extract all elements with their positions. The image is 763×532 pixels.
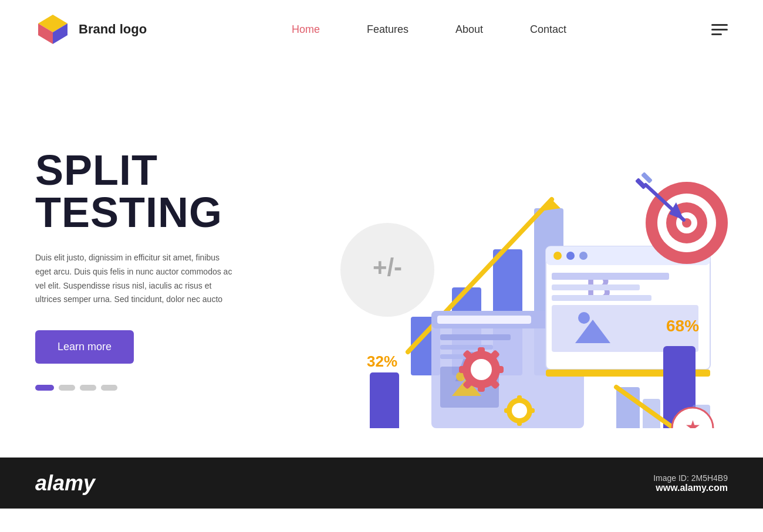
svg-point-41 <box>579 252 588 260</box>
dot-4[interactable] <box>101 385 117 391</box>
footer-info: Image ID: 2M5H4B9 www.alamy.com <box>653 473 728 493</box>
svg-text:★: ★ <box>685 417 701 428</box>
svg-rect-65 <box>641 172 653 184</box>
svg-rect-69 <box>370 372 399 428</box>
svg-rect-25 <box>495 366 504 373</box>
header: Brand logo Home Features About Contact <box>0 0 763 59</box>
svg-text:+/-: +/- <box>373 253 402 281</box>
dot-2[interactable] <box>59 385 75 391</box>
main-nav: Home Features About Contact <box>292 23 566 36</box>
svg-rect-13 <box>437 316 531 324</box>
dot-1[interactable] <box>35 385 54 391</box>
svg-rect-16 <box>440 345 493 350</box>
nav-contact[interactable]: Contact <box>530 23 566 36</box>
nav-home[interactable]: Home <box>292 23 320 36</box>
svg-rect-15 <box>440 334 511 340</box>
dot-3[interactable] <box>80 385 96 391</box>
svg-rect-44 <box>552 284 640 290</box>
svg-rect-36 <box>504 408 510 413</box>
nav-about[interactable]: About <box>455 23 483 36</box>
hamburger-line-3 <box>711 33 722 35</box>
hero-illustration: +/- A <box>305 100 728 428</box>
footer-url: www.alamy.com <box>653 483 728 493</box>
svg-text:32%: 32% <box>367 353 397 370</box>
svg-rect-23 <box>478 347 485 355</box>
svg-rect-33 <box>517 395 522 401</box>
svg-rect-24 <box>478 384 485 392</box>
svg-text:68%: 68% <box>666 317 699 335</box>
alamy-brand: alamy <box>35 471 95 496</box>
svg-rect-35 <box>529 408 535 413</box>
svg-point-48 <box>578 312 590 324</box>
nav-features[interactable]: Features <box>367 23 408 36</box>
svg-rect-26 <box>459 366 467 373</box>
svg-rect-45 <box>552 295 651 301</box>
footer-image-id: Image ID: 2M5H4B9 <box>653 473 728 483</box>
split-testing-illustration: +/- A <box>305 100 728 428</box>
hamburger-line-2 <box>711 29 728 31</box>
hamburger-line-1 <box>711 24 728 26</box>
hamburger-menu[interactable] <box>711 24 728 35</box>
svg-point-40 <box>566 252 575 260</box>
hero-title: SPLIT TESTING <box>35 149 282 233</box>
svg-rect-43 <box>552 273 669 280</box>
logo-area: Brand logo <box>35 12 147 47</box>
main-content: SPLIT TESTING Duis elit justo, dignissim… <box>0 59 763 458</box>
hero-description: Duis elit justo, dignissim in efficitur … <box>35 251 235 307</box>
svg-point-39 <box>553 252 562 260</box>
brand-logo-text: Brand logo <box>79 22 147 37</box>
hero-left: SPLIT TESTING Duis elit justo, dignissim… <box>35 137 282 391</box>
pagination-dots <box>35 385 282 391</box>
learn-more-button[interactable]: Learn more <box>35 330 134 364</box>
svg-point-22 <box>471 359 492 380</box>
brand-logo-icon <box>35 12 70 47</box>
svg-point-32 <box>512 403 527 418</box>
footer: alamy Image ID: 2M5H4B9 www.alamy.com <box>0 458 763 509</box>
svg-rect-34 <box>517 420 522 426</box>
